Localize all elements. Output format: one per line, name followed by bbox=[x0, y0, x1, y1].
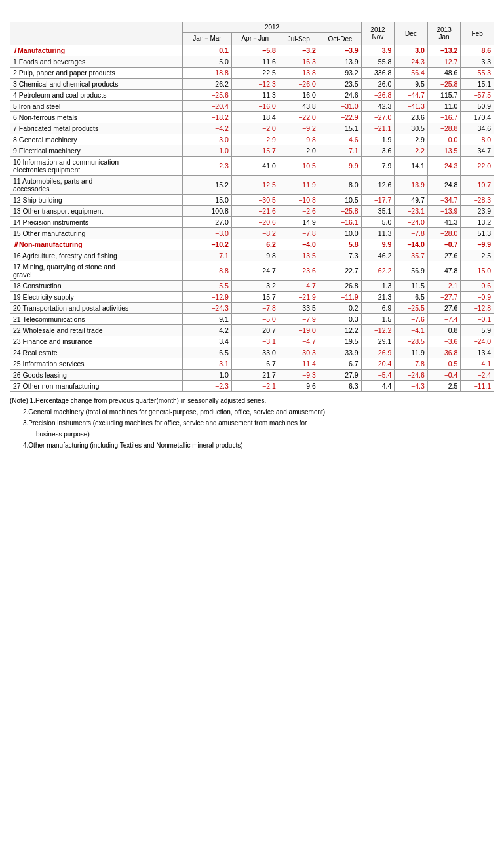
cell-value: 0.3 bbox=[319, 314, 361, 325]
cell-value: −20.4 bbox=[361, 358, 395, 370]
cell-value: −9.9 bbox=[319, 157, 361, 176]
cell-value: 29.1 bbox=[361, 336, 395, 347]
cell-value: −7.8 bbox=[231, 303, 279, 314]
table-row: 19 Electricity supply−12.915.7−21.9−11.9… bbox=[10, 292, 494, 303]
cell-value: 2.5 bbox=[461, 250, 494, 261]
cell-value: −26.0 bbox=[279, 79, 319, 90]
cell-value: 7.3 bbox=[319, 250, 361, 261]
header-aprjun: Apr－Jun bbox=[231, 33, 279, 45]
row-label: Ⅰ Manufacturing bbox=[10, 45, 183, 56]
cell-value: −21.6 bbox=[231, 206, 279, 217]
cell-value: −28.3 bbox=[461, 195, 494, 206]
cell-value: −17.7 bbox=[361, 195, 395, 206]
cell-value: 22.7 bbox=[319, 261, 361, 281]
cell-value: −5.5 bbox=[183, 281, 231, 292]
cell-value: 336.8 bbox=[361, 68, 395, 79]
cell-value: 3.2 bbox=[231, 281, 279, 292]
cell-value: 1.5 bbox=[361, 314, 395, 325]
table-row: 3 Chemical and chemical products26.2−12.… bbox=[10, 79, 494, 90]
cell-value: −7.9 bbox=[279, 314, 319, 325]
row-label: Ⅱ Non-manufacturing bbox=[10, 239, 183, 250]
cell-value: −9.9 bbox=[461, 239, 494, 250]
cell-value: 3.0 bbox=[395, 45, 428, 56]
cell-value: 9.5 bbox=[395, 79, 428, 90]
cell-value: 11.9 bbox=[395, 347, 428, 358]
cell-value: −36.8 bbox=[427, 347, 461, 358]
cell-value: 4.4 bbox=[361, 381, 395, 392]
cell-value: −12.8 bbox=[461, 303, 494, 314]
cell-value: −0.5 bbox=[427, 358, 461, 370]
cell-value: 22.5 bbox=[231, 68, 279, 79]
cell-value: 3.9 bbox=[361, 45, 395, 56]
cell-value: 50.9 bbox=[461, 101, 494, 112]
cell-value: −2.0 bbox=[231, 123, 279, 134]
cell-value: 6.5 bbox=[395, 292, 428, 303]
cell-value: −28.5 bbox=[395, 336, 428, 347]
note-line: 3.Precision instruments (excluding machi… bbox=[10, 418, 494, 428]
cell-value: −0.0 bbox=[427, 134, 461, 145]
cell-value: −28.8 bbox=[427, 123, 461, 134]
cell-value: 18.4 bbox=[231, 112, 279, 123]
cell-value: 11.3 bbox=[231, 90, 279, 101]
cell-value: −26.8 bbox=[361, 90, 395, 101]
cell-value: 115.7 bbox=[427, 90, 461, 101]
cell-value: 21.3 bbox=[361, 292, 395, 303]
cell-value: −7.4 bbox=[427, 314, 461, 325]
cell-value: −2.3 bbox=[183, 157, 231, 176]
cell-value: 2.0 bbox=[279, 145, 319, 157]
cell-value: −25.5 bbox=[395, 303, 428, 314]
cell-value: −14.0 bbox=[395, 239, 428, 250]
cell-value: 20.7 bbox=[231, 325, 279, 336]
cell-value: 23.5 bbox=[319, 79, 361, 90]
cell-value: 13.9 bbox=[319, 56, 361, 68]
cell-value: 11.5 bbox=[395, 281, 428, 292]
cell-value: −44.7 bbox=[395, 90, 428, 101]
header-janmar: Jan－Mar bbox=[183, 33, 231, 45]
cell-value: 5.0 bbox=[183, 56, 231, 68]
cell-value: −26.9 bbox=[361, 347, 395, 358]
table-row: 13 Other transport equipment100.8−21.6−2… bbox=[10, 206, 494, 217]
cell-value: 13.2 bbox=[461, 217, 494, 228]
cell-value: −7.8 bbox=[395, 228, 428, 239]
cell-value: 1.3 bbox=[361, 281, 395, 292]
cell-value: −4.6 bbox=[319, 134, 361, 145]
cell-value: 55.8 bbox=[361, 56, 395, 68]
cell-value: −56.4 bbox=[395, 68, 428, 79]
cell-value: 9.8 bbox=[231, 250, 279, 261]
row-label: 5 Iron and steel bbox=[10, 101, 183, 112]
cell-value: 30.5 bbox=[395, 123, 428, 134]
row-label: 14 Precision instruments bbox=[10, 217, 183, 228]
cell-value: −12.5 bbox=[231, 176, 279, 195]
row-label: 19 Electricity supply bbox=[10, 292, 183, 303]
cell-value: −27.7 bbox=[427, 292, 461, 303]
cell-value: −18.8 bbox=[183, 68, 231, 79]
cell-value: 24.7 bbox=[231, 261, 279, 281]
row-label: 7 Fabricated metal products bbox=[10, 123, 183, 134]
cell-value: −23.6 bbox=[279, 261, 319, 281]
cell-value: −57.5 bbox=[461, 90, 494, 101]
cell-value: −4.7 bbox=[279, 336, 319, 347]
cell-value: −30.3 bbox=[279, 347, 319, 358]
header-nov: 2012Nov bbox=[361, 22, 395, 45]
row-label: 2 Pulp, paper and paper products bbox=[10, 68, 183, 79]
cell-value: −7.1 bbox=[183, 250, 231, 261]
cell-value: 93.2 bbox=[319, 68, 361, 79]
table-row: 11 Automobiles, parts andaccessories15.2… bbox=[10, 176, 494, 195]
cell-value: 43.8 bbox=[279, 101, 319, 112]
table-row: 4 Petroleum and coal products−25.611.316… bbox=[10, 90, 494, 101]
cell-value: −3.1 bbox=[231, 336, 279, 347]
table-row: 7 Fabricated metal products−4.2−2.0−9.21… bbox=[10, 123, 494, 134]
table-row: 14 Precision instruments27.0−20.614.9−16… bbox=[10, 217, 494, 228]
cell-value: −4.7 bbox=[279, 281, 319, 292]
header-feb: Feb bbox=[461, 22, 494, 45]
cell-value: 35.1 bbox=[361, 206, 395, 217]
cell-value: 15.0 bbox=[183, 195, 231, 206]
header-2012: 2012 bbox=[183, 22, 361, 33]
cell-value: −30.5 bbox=[231, 195, 279, 206]
row-label: 16 Agriculture, forestry and fishing bbox=[10, 250, 183, 261]
row-label: 6 Non-ferrous metals bbox=[10, 112, 183, 123]
cell-value: −4.3 bbox=[395, 381, 428, 392]
table-row: 15 Other manufacturing−3.0−8.2−7.810.011… bbox=[10, 228, 494, 239]
cell-value: −13.8 bbox=[279, 68, 319, 79]
cell-value: −2.2 bbox=[395, 145, 428, 157]
